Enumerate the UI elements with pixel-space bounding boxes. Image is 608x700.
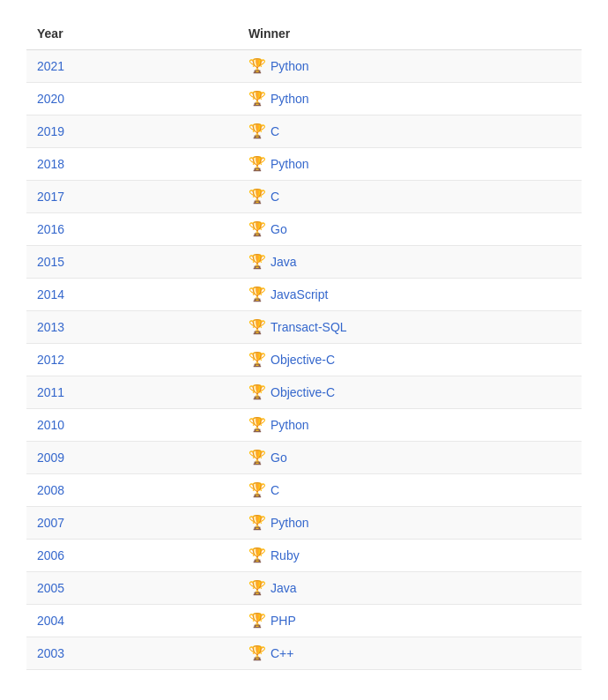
table-row: 2011🏆Objective-C xyxy=(26,376,582,409)
winner-name: Objective-C xyxy=(271,353,335,367)
trophy-icon: 🏆 xyxy=(248,385,266,399)
winner-cell: 🏆Java xyxy=(238,246,582,279)
winner-cell: 🏆Python xyxy=(238,507,582,540)
trophy-icon: 🏆 xyxy=(248,451,266,465)
trophy-icon: 🏆 xyxy=(248,157,266,171)
table-row: 2013🏆Transact-SQL xyxy=(26,311,582,344)
table-header-row: Year Winner xyxy=(26,18,582,50)
table-row: 2006🏆Ruby xyxy=(26,540,582,572)
year-cell: 2009 xyxy=(26,442,238,474)
winner-name: Python xyxy=(271,59,309,73)
trophy-icon: 🏆 xyxy=(248,548,266,562)
winner-name: Java xyxy=(271,255,297,269)
trophy-icon: 🏆 xyxy=(248,516,266,530)
trophy-icon: 🏆 xyxy=(248,353,266,367)
year-cell: 2017 xyxy=(26,181,238,213)
year-cell: 2010 xyxy=(26,409,238,442)
trophy-icon: 🏆 xyxy=(248,418,266,432)
year-cell: 2015 xyxy=(26,246,238,279)
trophy-icon: 🏆 xyxy=(248,581,266,595)
winner-cell: 🏆Go xyxy=(238,213,582,246)
year-cell: 2011 xyxy=(26,376,238,409)
winner-cell: 🏆Python xyxy=(238,409,582,442)
trophy-icon: 🏆 xyxy=(248,190,266,204)
winner-cell: 🏆Python xyxy=(238,148,582,181)
table-row: 2009🏆Go xyxy=(26,442,582,474)
winner-name: Transact-SQL xyxy=(271,320,347,334)
year-cell: 2006 xyxy=(26,540,238,572)
winner-name: C++ xyxy=(271,646,293,660)
trophy-icon: 🏆 xyxy=(248,483,266,497)
table-row: 2010🏆Python xyxy=(26,409,582,442)
winner-name: Go xyxy=(271,222,287,236)
table-row: 2012🏆Objective-C xyxy=(26,344,582,376)
winner-cell: 🏆C xyxy=(238,181,582,213)
winner-column-header: Winner xyxy=(238,18,582,50)
winner-name: Python xyxy=(271,92,309,106)
winner-name: JavaScript xyxy=(271,287,328,302)
table-row: 2020🏆Python xyxy=(26,83,582,115)
year-cell: 2013 xyxy=(26,311,238,344)
table-row: 2005🏆Java xyxy=(26,572,582,605)
trophy-icon: 🏆 xyxy=(248,124,266,138)
winner-cell: 🏆C xyxy=(238,474,582,507)
winner-cell: 🏆Go xyxy=(238,442,582,474)
table-row: 2015🏆Java xyxy=(26,246,582,279)
trophy-icon: 🏆 xyxy=(248,287,266,302)
winner-name: Python xyxy=(271,157,309,171)
year-cell: 2021 xyxy=(26,50,238,83)
winner-name: C xyxy=(271,190,279,204)
year-cell: 2014 xyxy=(26,279,238,311)
year-cell: 2004 xyxy=(26,605,238,637)
year-cell: 2018 xyxy=(26,148,238,181)
year-cell: 2020 xyxy=(26,83,238,115)
winner-cell: 🏆JavaScript xyxy=(238,279,582,311)
table-row: 2003🏆C++ xyxy=(26,637,582,670)
winner-cell: 🏆Java xyxy=(238,572,582,605)
year-cell: 2019 xyxy=(26,115,238,148)
year-cell: 2012 xyxy=(26,344,238,376)
table-row: 2007🏆Python xyxy=(26,507,582,540)
winner-name: C xyxy=(271,124,279,138)
winner-name: Java xyxy=(271,581,297,595)
table-row: 2018🏆Python xyxy=(26,148,582,181)
trophy-icon: 🏆 xyxy=(248,222,266,236)
winner-name: Ruby xyxy=(271,548,300,562)
trophy-icon: 🏆 xyxy=(248,92,266,106)
table-row: 2008🏆C xyxy=(26,474,582,507)
table-row: 2016🏆Go xyxy=(26,213,582,246)
winner-cell: 🏆Transact-SQL xyxy=(238,311,582,344)
table-row: 2019🏆C xyxy=(26,115,582,148)
winner-name: Go xyxy=(271,451,287,465)
winners-table: Year Winner 2021🏆Python2020🏆Python2019🏆C… xyxy=(26,18,582,670)
table-row: 2014🏆JavaScript xyxy=(26,279,582,311)
trophy-icon: 🏆 xyxy=(248,320,266,334)
year-cell: 2016 xyxy=(26,213,238,246)
table-row: 2021🏆Python xyxy=(26,50,582,83)
winner-cell: 🏆Ruby xyxy=(238,540,582,572)
winner-name: Objective-C xyxy=(271,385,335,399)
year-cell: 2005 xyxy=(26,572,238,605)
trophy-icon: 🏆 xyxy=(248,255,266,269)
winner-cell: 🏆Objective-C xyxy=(238,344,582,376)
trophy-icon: 🏆 xyxy=(248,614,266,628)
winner-cell: 🏆C++ xyxy=(238,637,582,670)
winner-cell: 🏆C xyxy=(238,115,582,148)
trophy-icon: 🏆 xyxy=(248,646,266,660)
winner-name: PHP xyxy=(271,614,296,628)
winner-cell: 🏆Python xyxy=(238,83,582,115)
winner-cell: 🏆PHP xyxy=(238,605,582,637)
table-row: 2017🏆C xyxy=(26,181,582,213)
trophy-icon: 🏆 xyxy=(248,59,266,73)
year-cell: 2007 xyxy=(26,507,238,540)
winner-cell: 🏆Objective-C xyxy=(238,376,582,409)
winner-name: Python xyxy=(271,516,309,530)
winner-name: Python xyxy=(271,418,309,432)
table-row: 2004🏆PHP xyxy=(26,605,582,637)
year-cell: 2003 xyxy=(26,637,238,670)
winner-name: C xyxy=(271,483,279,497)
winner-cell: 🏆Python xyxy=(238,50,582,83)
year-column-header: Year xyxy=(26,18,238,50)
year-cell: 2008 xyxy=(26,474,238,507)
